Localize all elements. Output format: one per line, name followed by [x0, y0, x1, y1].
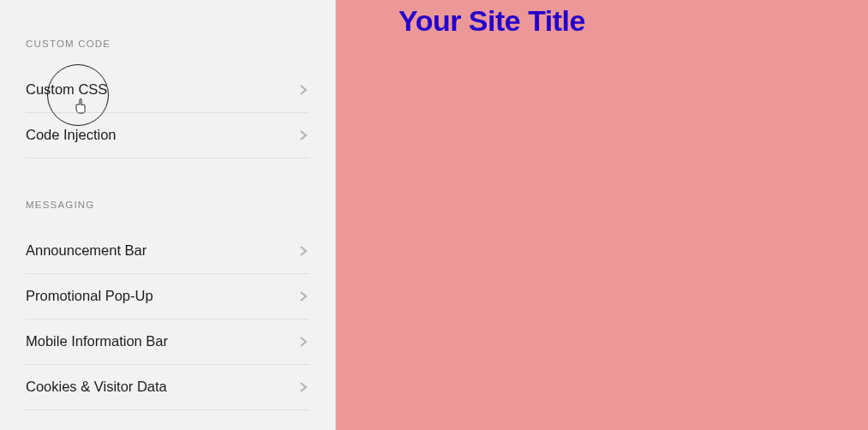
menu-item-announcement-bar[interactable]: Announcement Bar — [26, 229, 309, 274]
section-header-custom-code: CUSTOM CODE — [26, 39, 309, 49]
menu-item-label: Promotional Pop-Up — [26, 288, 153, 304]
menu-item-cookies-visitor-data[interactable]: Cookies & Visitor Data — [26, 365, 309, 410]
menu-item-label: Announcement Bar — [26, 242, 147, 259]
site-preview-panel: Your Site Title — [336, 0, 868, 430]
menu-item-label: Code Injection — [26, 127, 117, 143]
menu-item-custom-css[interactable]: Custom CSS — [26, 68, 309, 113]
chevron-right-icon — [297, 245, 309, 257]
menu-item-mobile-information-bar[interactable]: Mobile Information Bar — [26, 320, 309, 365]
menu-item-code-injection[interactable]: Code Injection — [26, 113, 309, 158]
chevron-right-icon — [297, 290, 309, 302]
menu-item-label: Custom CSS — [26, 81, 107, 98]
site-title[interactable]: Your Site Title — [398, 4, 585, 38]
menu-item-label: Cookies & Visitor Data — [26, 379, 167, 395]
sidebar-content: CUSTOM CODE Custom CSS Code Injection ME… — [0, 0, 335, 410]
menu-item-label: Mobile Information Bar — [26, 333, 168, 349]
chevron-right-icon — [297, 129, 309, 141]
chevron-right-icon — [297, 336, 309, 348]
chevron-right-icon — [297, 381, 309, 393]
chevron-right-icon — [297, 84, 309, 96]
section-header-messaging: MESSAGING — [26, 200, 309, 210]
menu-item-promotional-popup[interactable]: Promotional Pop-Up — [26, 274, 309, 320]
settings-sidebar: CUSTOM CODE Custom CSS Code Injection ME… — [0, 0, 336, 430]
